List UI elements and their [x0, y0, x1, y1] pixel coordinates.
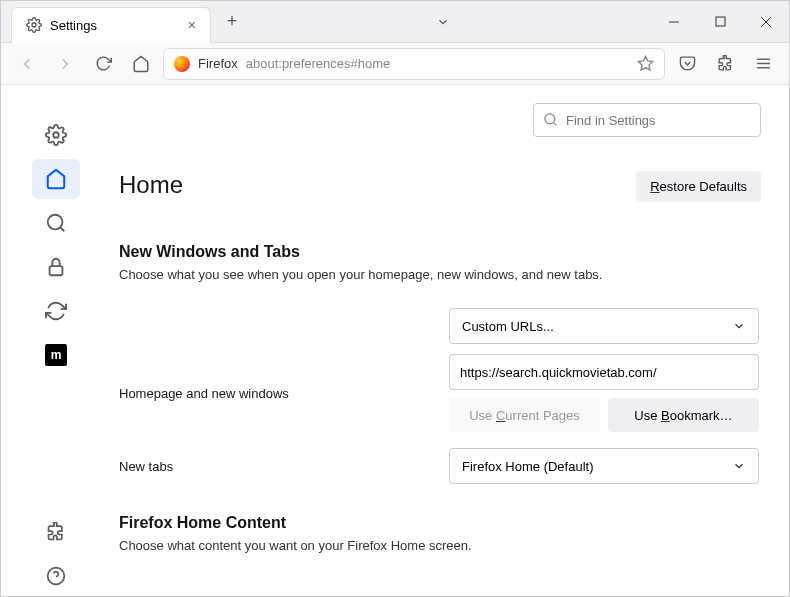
- newtabs-label: New tabs: [119, 459, 449, 474]
- tabs-overflow-icon[interactable]: [436, 15, 450, 29]
- sidebar-item-sync[interactable]: [32, 291, 80, 331]
- newtabs-mode-select[interactable]: Firefox Home (Default): [449, 448, 759, 484]
- sidebar-item-support[interactable]: [32, 556, 80, 596]
- svg-rect-12: [50, 266, 63, 275]
- svg-point-9: [53, 132, 59, 138]
- homepage-mode-value: Custom URLs...: [462, 319, 554, 334]
- gear-icon: [26, 17, 42, 33]
- svg-point-15: [545, 114, 555, 124]
- reload-button[interactable]: [87, 48, 119, 80]
- sidebar-item-more-mozilla[interactable]: m: [32, 335, 80, 375]
- home-button[interactable]: [125, 48, 157, 80]
- find-settings: [533, 103, 761, 137]
- sidebar-item-privacy[interactable]: [32, 247, 80, 287]
- svg-marker-5: [638, 56, 652, 69]
- nav-toolbar: Firefox about:preferences#home: [1, 43, 789, 85]
- back-button[interactable]: [11, 48, 43, 80]
- url-identity: Firefox: [198, 56, 238, 71]
- settings-main: Home Restore Defaults New Windows and Ta…: [111, 85, 789, 596]
- section-home-content-desc: Choose what content you want on your Fir…: [119, 538, 761, 553]
- section-home-content-heading: Firefox Home Content: [119, 514, 761, 532]
- settings-sidebar: m: [1, 85, 111, 596]
- pocket-button[interactable]: [671, 48, 703, 80]
- newtabs-mode-value: Firefox Home (Default): [462, 459, 593, 474]
- homepage-mode-select[interactable]: Custom URLs...: [449, 308, 759, 344]
- browser-tab[interactable]: Settings ×: [11, 7, 211, 43]
- tab-title: Settings: [50, 18, 97, 33]
- homepage-url-input[interactable]: [449, 354, 759, 390]
- close-tab-icon[interactable]: ×: [188, 17, 196, 33]
- bookmark-star-icon[interactable]: [637, 55, 654, 72]
- window-titlebar: Settings × +: [1, 1, 789, 43]
- svg-line-16: [553, 122, 556, 125]
- find-settings-input[interactable]: [533, 103, 761, 137]
- chevron-down-icon: [732, 459, 746, 473]
- extensions-button[interactable]: [709, 48, 741, 80]
- close-window-button[interactable]: [743, 1, 789, 43]
- use-bookmark-button[interactable]: Use Bookmark…: [608, 398, 759, 432]
- svg-point-0: [32, 23, 36, 27]
- svg-rect-2: [716, 17, 725, 26]
- forward-button[interactable]: [49, 48, 81, 80]
- minimize-window-button[interactable]: [651, 1, 697, 43]
- url-bar[interactable]: Firefox about:preferences#home: [163, 48, 665, 80]
- section-new-windows-heading: New Windows and Tabs: [119, 243, 761, 261]
- use-current-pages-button[interactable]: Use Current Pages: [449, 398, 600, 432]
- url-text: about:preferences#home: [246, 56, 391, 71]
- svg-point-10: [48, 215, 63, 230]
- chevron-down-icon: [732, 319, 746, 333]
- homepage-label: Homepage and new windows: [119, 386, 449, 401]
- search-icon: [543, 112, 558, 127]
- sidebar-item-home[interactable]: [32, 159, 80, 199]
- section-new-windows-desc: Choose what you see when you open your h…: [119, 267, 761, 282]
- sidebar-item-extensions[interactable]: [32, 512, 80, 552]
- restore-defaults-button[interactable]: Restore Defaults: [636, 171, 761, 202]
- svg-line-11: [60, 227, 64, 231]
- mozilla-icon: m: [45, 344, 67, 366]
- firefox-logo-icon: [174, 56, 190, 72]
- new-tab-button[interactable]: +: [217, 7, 247, 37]
- sidebar-item-search[interactable]: [32, 203, 80, 243]
- maximize-window-button[interactable]: [697, 1, 743, 43]
- sidebar-item-general[interactable]: [32, 115, 80, 155]
- app-menu-button[interactable]: [747, 48, 779, 80]
